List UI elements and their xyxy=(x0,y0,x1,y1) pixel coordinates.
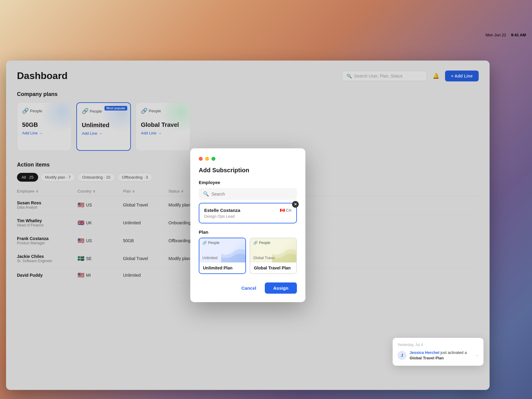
plan-preview-label: Unlimited xyxy=(202,256,218,260)
menubar: Mon Jun 22 9:41 AM xyxy=(0,30,532,39)
notification-arrow: → xyxy=(475,353,479,358)
notification-text: Jessica Herchel just activated a Global … xyxy=(410,350,472,361)
notification-middle: just activated a xyxy=(441,350,467,355)
modal-search-bar[interactable]: 🔍 xyxy=(199,188,297,200)
plan-wave-svg xyxy=(272,244,296,262)
plan-name-suffix: Plan xyxy=(281,265,291,270)
country-code: CA xyxy=(286,208,291,213)
menubar-time: 9:41 AM xyxy=(511,33,526,37)
cancel-button[interactable]: Cancel xyxy=(237,282,261,294)
plan-name-suffix: Plan xyxy=(222,265,232,270)
plan-option-global-travel[interactable]: 🔗 People Global Travel Global Travel Pla… xyxy=(250,238,297,274)
modal-traffic-lights xyxy=(199,157,297,161)
modal-overlay: Add Subscription Employee 🔍 ✕ Estelle Co… xyxy=(6,61,490,390)
notification-avatar: J xyxy=(397,351,407,360)
plan-options: 🔗 People Unlimited Unlimited Plan xyxy=(199,238,297,274)
plan-preview-unlimited: 🔗 People Unlimited xyxy=(199,238,245,262)
plan-option-name-unlimited: Unlimited Plan xyxy=(199,262,245,273)
selected-employee-role: Design Ops Lead xyxy=(204,214,291,219)
plan-name-highlight: Unlimited xyxy=(203,265,222,270)
selected-employee-card: ✕ Estelle Costanza 🇨🇦 CA Design Ops Lead xyxy=(199,203,297,223)
modal-actions: Cancel Assign xyxy=(199,282,297,294)
traffic-light-maximize[interactable] xyxy=(211,157,215,161)
plan-name-highlight: Global Travel xyxy=(254,265,281,270)
plan-section-label: Plan xyxy=(199,229,297,235)
plan-preview-icon: 🔗 People xyxy=(253,241,270,245)
traffic-light-minimize[interactable] xyxy=(205,157,209,161)
close-employee-button[interactable]: ✕ xyxy=(292,201,299,208)
people-icon: 🔗 xyxy=(253,241,258,245)
modal-title: Add Subscription xyxy=(199,167,297,174)
people-icon: 🔗 xyxy=(202,241,207,245)
notification-link: Global Travel Plan xyxy=(410,356,444,360)
window-content: Dashboard 🔍 Search User, Plan, Status 🔔 … xyxy=(6,61,490,390)
employee-search-input[interactable] xyxy=(211,192,293,196)
plan-wave-svg xyxy=(221,244,245,262)
selected-employee-name: Estelle Costanza xyxy=(204,208,240,213)
employee-card-flag: 🇨🇦 CA xyxy=(280,208,291,213)
plan-option-unlimited[interactable]: 🔗 People Unlimited Unlimited Plan xyxy=(199,238,246,274)
plan-preview-label: Global Travel xyxy=(253,256,275,260)
add-subscription-modal: Add Subscription Employee 🔍 ✕ Estelle Co… xyxy=(190,148,305,302)
app-window: Dashboard 🔍 Search User, Plan, Status 🔔 … xyxy=(6,61,490,390)
traffic-light-close[interactable] xyxy=(199,157,203,161)
employee-card-top: Estelle Costanza 🇨🇦 CA xyxy=(204,208,291,213)
notification-header: Yesterday, Jul 4 xyxy=(397,343,479,347)
employee-section-label: Employee xyxy=(199,180,297,185)
plan-preview-icon-label: People xyxy=(259,241,270,245)
menubar-date: Mon Jun 22 xyxy=(486,33,506,37)
plan-option-name-global-travel: Global Travel Plan xyxy=(250,262,296,273)
plan-preview-icon-label: People xyxy=(208,241,219,245)
notification-panel: Yesterday, Jul 4 J Jessica Herchel just … xyxy=(393,338,484,366)
flag-icon: 🇨🇦 xyxy=(280,208,285,213)
plan-preview-icon: 🔗 People xyxy=(202,241,219,245)
notification-item[interactable]: J Jessica Herchel just activated a Globa… xyxy=(397,350,479,361)
assign-button[interactable]: Assign xyxy=(265,282,297,294)
search-icon: 🔍 xyxy=(203,191,209,197)
notification-actor: Jessica Herchel xyxy=(410,350,439,355)
plan-preview-global-travel: 🔗 People Global Travel xyxy=(250,238,296,262)
